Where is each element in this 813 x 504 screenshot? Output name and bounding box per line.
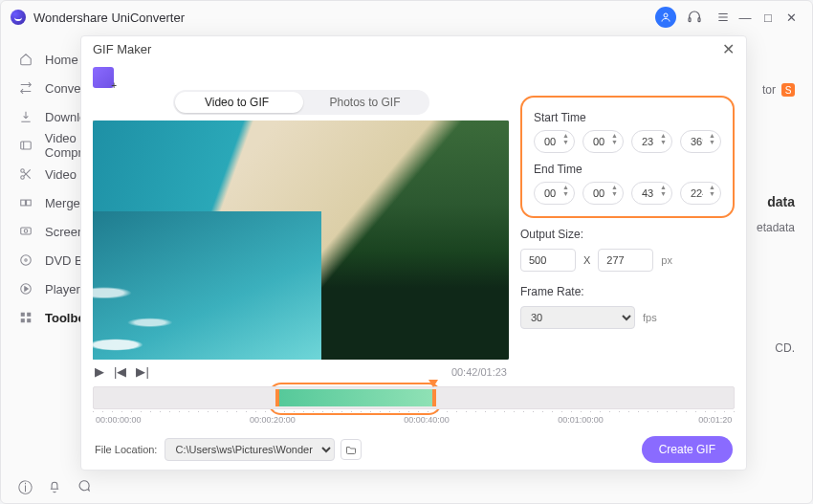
- stepper-icon[interactable]: ▲▼: [562, 132, 569, 145]
- svg-point-11: [25, 259, 27, 261]
- by-separator: X: [583, 254, 590, 266]
- playback-time: 00:42/01:23: [451, 366, 507, 378]
- add-file-icon[interactable]: [93, 67, 114, 88]
- fps-unit: fps: [643, 312, 657, 323]
- sidebar-label: Merger: [45, 196, 84, 210]
- disc-icon: [18, 252, 33, 268]
- badge-icon: S: [781, 83, 795, 97]
- modal-close-icon[interactable]: ✕: [722, 40, 735, 58]
- svg-rect-1: [689, 18, 691, 22]
- svg-rect-8: [21, 228, 32, 234]
- hamburger-menu-icon[interactable]: [713, 7, 734, 28]
- svg-point-9: [24, 230, 28, 233]
- file-location-label: File Location:: [95, 444, 157, 455]
- stepper-icon[interactable]: ▲▼: [611, 184, 618, 197]
- svg-point-4: [21, 169, 25, 173]
- output-height-input[interactable]: [598, 249, 653, 272]
- output-width-input[interactable]: [520, 249, 576, 272]
- compress-icon: [18, 138, 33, 153]
- support-headset-icon[interactable]: [684, 7, 705, 28]
- svg-rect-15: [21, 318, 25, 322]
- close-window-button[interactable]: ✕: [780, 11, 802, 25]
- sidebar-label: Player: [45, 282, 80, 296]
- prev-frame-button[interactable]: |◀: [114, 364, 126, 379]
- play-icon: [18, 281, 33, 296]
- gif-maker-modal: GIF Maker ✕ Video to GIF Photos to GIF ▶…: [80, 35, 747, 471]
- svg-rect-16: [27, 318, 31, 322]
- bottom-bar: ⓘ: [1, 472, 91, 503]
- converter-icon: [18, 80, 33, 96]
- playback-controls: ▶ |◀ ▶| 00:42/01:23: [93, 360, 509, 381]
- svg-rect-7: [27, 200, 32, 206]
- mode-segmented-control: Video to GIF Photos to GIF: [173, 90, 429, 115]
- stepper-icon[interactable]: ▲▼: [709, 132, 715, 145]
- frame-rate-label: Frame Rate:: [520, 285, 735, 298]
- frame-rate-select[interactable]: 30: [520, 306, 635, 329]
- maximize-button[interactable]: □: [757, 11, 780, 25]
- svg-rect-6: [21, 200, 26, 206]
- svg-point-10: [21, 255, 32, 266]
- modal-footer: File Location: C:\Users\ws\Pictures\Wond…: [81, 430, 746, 470]
- bell-icon[interactable]: [48, 480, 61, 496]
- modal-header: GIF Maker ✕: [81, 36, 746, 63]
- record-icon: [18, 224, 33, 239]
- home-icon: [18, 52, 33, 67]
- svg-rect-14: [27, 313, 31, 317]
- timeline-ruler: 00:00:00:00 00:00:20:00 00:00:40:00 00:0…: [93, 411, 735, 430]
- svg-rect-2: [698, 18, 700, 22]
- svg-rect-13: [21, 313, 25, 317]
- tab-video-to-gif[interactable]: Video to GIF: [173, 96, 301, 109]
- playhead-icon[interactable]: [428, 380, 438, 387]
- svg-point-5: [21, 176, 25, 180]
- svg-point-0: [664, 13, 668, 17]
- account-avatar-icon[interactable]: [655, 7, 676, 28]
- modal-title: GIF Maker: [93, 42, 151, 56]
- sidebar-label: Home: [45, 53, 78, 67]
- app-logo-icon: [11, 10, 26, 25]
- stepper-icon[interactable]: ▲▼: [709, 184, 715, 197]
- feedback-icon[interactable]: [77, 479, 91, 496]
- grid-icon: [18, 310, 33, 325]
- stepper-icon[interactable]: ▲▼: [562, 184, 569, 197]
- app-title: Wondershare UniConverter: [33, 11, 185, 25]
- stepper-icon[interactable]: ▲▼: [660, 132, 667, 145]
- play-button[interactable]: ▶: [95, 364, 104, 379]
- title-bar: Wondershare UniConverter — □ ✕: [1, 1, 812, 33]
- timeline: 00:00:00:00 00:00:20:00 00:00:40:00 00:0…: [93, 386, 735, 430]
- create-gif-button[interactable]: Create GIF: [642, 436, 733, 463]
- help-icon[interactable]: ⓘ: [18, 479, 33, 497]
- app-window: Wondershare UniConverter — □ ✕ Home Conv…: [0, 0, 813, 504]
- svg-rect-3: [21, 142, 32, 149]
- file-location-select[interactable]: C:\Users\ws\Pictures\Wonders: [165, 438, 335, 461]
- timeline-track[interactable]: [93, 386, 735, 409]
- open-folder-button[interactable]: [341, 439, 362, 460]
- download-icon: [18, 109, 33, 124]
- output-size-label: Output Size:: [520, 228, 735, 241]
- video-preview[interactable]: [93, 121, 509, 360]
- merge-icon: [18, 195, 33, 210]
- start-time-label: Start Time: [534, 111, 721, 124]
- time-range-box: Start Time ▲▼ ▲▼ ▲▼ ▲▼ End Time ▲▼ ▲▼ ▲▼…: [520, 96, 735, 218]
- scissors-icon: [18, 166, 33, 182]
- minimize-button[interactable]: —: [734, 11, 757, 25]
- px-unit: px: [661, 254, 672, 266]
- tab-photos-to-gif[interactable]: Photos to GIF: [301, 96, 429, 109]
- stepper-icon[interactable]: ▲▼: [611, 132, 618, 145]
- stepper-icon[interactable]: ▲▼: [660, 184, 667, 197]
- next-frame-button[interactable]: ▶|: [136, 364, 148, 379]
- timeline-selection[interactable]: [275, 389, 436, 406]
- end-time-label: End Time: [534, 163, 721, 176]
